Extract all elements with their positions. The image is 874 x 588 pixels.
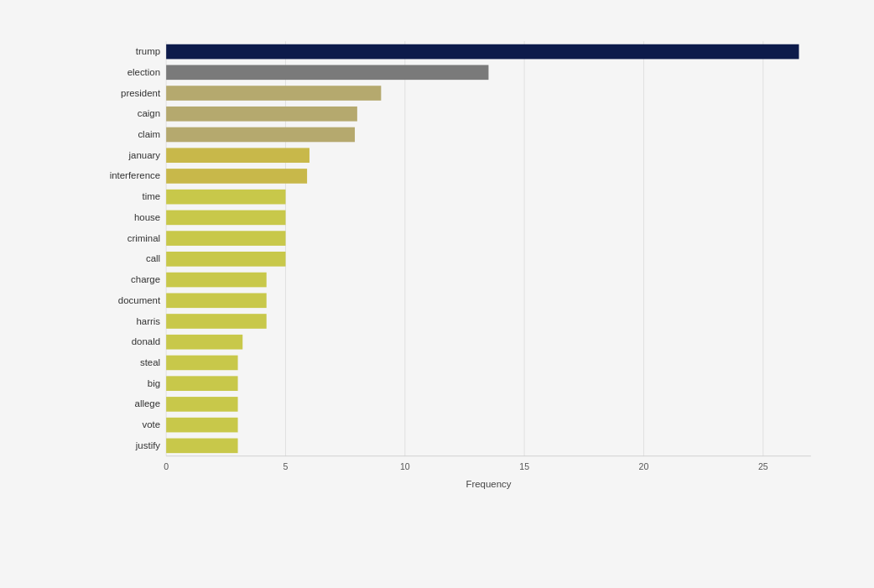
bar-label-trump: trump (136, 46, 160, 56)
bar-label-interference: interference (110, 170, 160, 180)
bar-interference (166, 169, 307, 184)
bar-label-call: call (146, 253, 160, 263)
bar-criminal (166, 231, 285, 246)
svg-text:5: 5 (284, 461, 289, 471)
bar-donald (166, 335, 242, 350)
bar-label-charge: charge (131, 274, 160, 284)
bar-label-justify: justify (135, 440, 161, 450)
bar-time (166, 190, 285, 205)
svg-text:15: 15 (519, 461, 529, 471)
bar-vote (166, 418, 237, 433)
bar-trump (166, 44, 799, 60)
bar-label-vote: vote (142, 419, 160, 429)
bar-label-criminal: criminal (127, 233, 160, 243)
bar-big (166, 376, 237, 391)
bar-charge (166, 273, 267, 288)
bar-label-big: big (148, 378, 160, 388)
bar-label-claim: claim (138, 129, 160, 139)
svg-text:20: 20 (639, 461, 649, 471)
bar-document (166, 293, 267, 308)
chart-inner: 0510152025Frequencytrumpelectionpresiden… (92, 32, 840, 502)
bar-steal (166, 356, 237, 371)
bar-label-time: time (142, 191, 160, 201)
svg-text:10: 10 (400, 461, 410, 471)
bar-label-election: election (127, 67, 160, 77)
bar-label-january: january (128, 150, 161, 160)
bar-january (166, 148, 310, 163)
svg-rect-0 (166, 41, 811, 455)
svg-text:Frequency: Frequency (466, 479, 511, 489)
bar-label-president: president (121, 88, 161, 98)
bar-house (166, 211, 285, 226)
bar-election (166, 65, 488, 80)
bar-justify (166, 439, 237, 454)
bar-label-harris: harris (136, 316, 160, 326)
svg-text:0: 0 (164, 461, 169, 471)
bar-label-house: house (134, 212, 160, 222)
bar-label-steal: steal (140, 357, 160, 367)
bar-label-allege: allege (135, 398, 161, 408)
bar-call (166, 252, 285, 267)
svg-text:25: 25 (758, 461, 768, 471)
bar-claim (166, 127, 355, 143)
bar-caign (166, 107, 357, 122)
bar-label-donald: donald (132, 336, 160, 346)
bar-harris (166, 314, 267, 329)
bar-label-document: document (118, 295, 161, 305)
bar-allege (166, 397, 237, 412)
bar-president (166, 86, 381, 101)
chart-container: 0510152025Frequencytrumpelectionpresiden… (0, 0, 874, 588)
bar-label-caign: caign (138, 108, 160, 118)
